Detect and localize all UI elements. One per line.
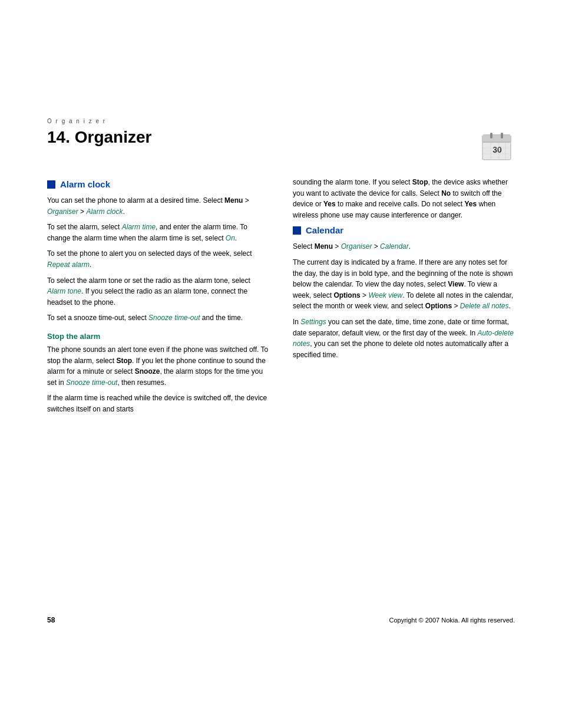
delete-all-notes-link[interactable]: Delete all notes bbox=[460, 302, 509, 310]
organiser-link-1[interactable]: Organiser bbox=[47, 207, 78, 216]
alarm-clock-link[interactable]: Alarm clock bbox=[86, 207, 123, 216]
menu-bold-2: Menu bbox=[315, 242, 333, 251]
alarm-tone-link[interactable]: Alarm tone bbox=[47, 287, 81, 295]
content-area: O r g a n i z e r 14. Organizer 30 bbox=[0, 118, 562, 443]
svg-rect-2 bbox=[482, 135, 511, 142]
two-column-layout: Alarm clock You can set the phone to ala… bbox=[47, 177, 515, 420]
week-view-link[interactable]: Week view bbox=[368, 291, 402, 299]
alarm-clock-para-5: To set a snooze time-out, select Snooze … bbox=[47, 312, 269, 324]
alarm-cont-para: sounding the alarm tone. If you select S… bbox=[293, 177, 515, 220]
snooze-timeout-link-2[interactable]: Snooze time-out bbox=[66, 378, 117, 387]
right-column: sounding the alarm tone. If you select S… bbox=[293, 177, 515, 420]
menu-bold-1: Menu bbox=[224, 196, 243, 205]
alarm-clock-para-3: To set the phone to alert you on selecte… bbox=[47, 248, 269, 270]
chapter-number: 14. bbox=[47, 128, 70, 146]
footer: 58 Copyright © 2007 Nokia. All rights re… bbox=[0, 607, 562, 634]
no-bold: No bbox=[441, 189, 451, 197]
alarm-clock-heading-text: Alarm clock bbox=[60, 179, 110, 189]
stop-alarm-heading: Stop the alarm bbox=[47, 332, 269, 341]
chapter-title: 14. Organizer bbox=[47, 128, 151, 146]
snooze-bold: Snooze bbox=[135, 367, 160, 375]
alarm-clock-para-4: To select the alarm tone or set the radi… bbox=[47, 275, 269, 308]
yes-bold: Yes bbox=[323, 200, 336, 208]
calendar-section-heading: Calendar bbox=[293, 225, 515, 235]
calendar-para-3: In Settings you can set the date, time, … bbox=[293, 317, 515, 360]
options-bold-1: Options bbox=[333, 291, 360, 299]
svg-rect-6 bbox=[501, 133, 503, 139]
stop-alarm-heading-text: Stop the alarm bbox=[47, 332, 100, 341]
stop-alarm-para-2: If the alarm time is reached while the d… bbox=[47, 393, 269, 414]
svg-text:30: 30 bbox=[492, 145, 502, 154]
snooze-timeout-link-1[interactable]: Snooze time-out bbox=[148, 314, 200, 322]
alarm-clock-para-1: You can set the phone to alarm at a desi… bbox=[47, 195, 269, 217]
chapter-title-text: 14. Organizer bbox=[47, 128, 151, 147]
repeat-alarm-link[interactable]: Repeat alarm bbox=[47, 261, 90, 269]
svg-rect-5 bbox=[490, 133, 492, 139]
footer-copyright-text: Copyright © 2007 Nokia. All rights reser… bbox=[389, 617, 515, 624]
calendar-square-icon bbox=[293, 226, 301, 235]
stop-bold-2: Stop bbox=[412, 178, 428, 186]
view-bold: View bbox=[448, 280, 464, 288]
auto-delete-notes-link[interactable]: Auto-delete notes bbox=[293, 329, 514, 348]
settings-link[interactable]: Settings bbox=[300, 318, 326, 326]
alarm-clock-section-heading: Alarm clock bbox=[47, 179, 269, 189]
options-bold-2: Options bbox=[425, 302, 452, 310]
section-label: O r g a n i z e r bbox=[47, 118, 515, 124]
alarm-time-link[interactable]: Alarm time bbox=[122, 223, 156, 231]
alarm-clock-square-icon bbox=[47, 180, 55, 189]
stop-alarm-para-1: The phone sounds an alert tone even if t… bbox=[47, 344, 269, 388]
page: O r g a n i z e r 14. Organizer 30 bbox=[0, 0, 562, 728]
chapter-name: Organizer bbox=[75, 128, 152, 146]
footer-page-number: 58 bbox=[47, 616, 55, 624]
chapter-icon: 30 bbox=[480, 130, 515, 163]
calendar-para-2: The current day is indicated by a frame.… bbox=[293, 257, 515, 312]
calendar-heading-text: Calendar bbox=[306, 225, 343, 235]
chapter-header: 14. Organizer 30 bbox=[47, 128, 515, 163]
calendar-link[interactable]: Calendar bbox=[380, 242, 409, 251]
stop-bold: Stop bbox=[116, 357, 132, 365]
left-column: Alarm clock You can set the phone to ala… bbox=[47, 177, 269, 420]
yes-bold-2: Yes bbox=[465, 200, 477, 208]
alarm-clock-para-2: To set the alarm, select Alarm time, and… bbox=[47, 222, 269, 243]
organiser-link-2[interactable]: Organiser bbox=[341, 242, 372, 251]
calendar-para-1: Select Menu > Organiser > Calendar. bbox=[293, 241, 515, 252]
on-link[interactable]: On bbox=[226, 234, 235, 242]
